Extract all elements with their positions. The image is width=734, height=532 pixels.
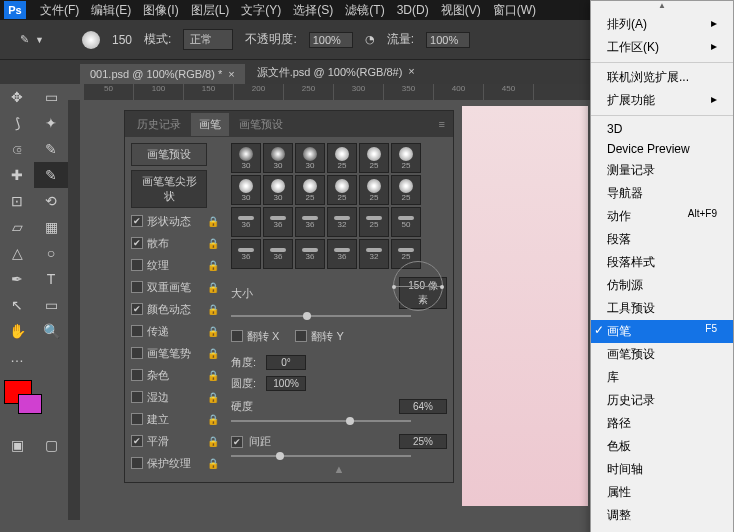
doc-tab-1[interactable]: 001.psd @ 100%(RGB/8) *× bbox=[80, 64, 245, 84]
shape-tool[interactable]: ▭ bbox=[34, 292, 68, 318]
canvas-area[interactable] bbox=[462, 106, 588, 506]
menu-item-调整[interactable]: 调整 bbox=[591, 504, 733, 527]
menu-item-段落[interactable]: 段落 bbox=[591, 228, 733, 251]
hardness-value[interactable]: 64% bbox=[399, 399, 447, 414]
history-brush-tool[interactable]: ⟲ bbox=[34, 188, 68, 214]
tip-shape-button[interactable]: 画笔笔尖形状 bbox=[131, 170, 207, 208]
roundness-value[interactable]: 100% bbox=[266, 376, 306, 391]
menu-item-时间轴[interactable]: 时间轴 bbox=[591, 458, 733, 481]
option-checkbox-5[interactable] bbox=[131, 325, 143, 337]
gradient-tool[interactable]: ▦ bbox=[34, 214, 68, 240]
doc-tab-2[interactable]: 源文件.psd @ 100%(RGB/8#)× bbox=[247, 61, 425, 84]
flip-y-checkbox[interactable] bbox=[295, 330, 307, 342]
panel-tab-history[interactable]: 历史记录 bbox=[129, 113, 189, 136]
option-checkbox-8[interactable] bbox=[131, 391, 143, 403]
blur-tool[interactable]: △ bbox=[0, 240, 34, 266]
brush-tool[interactable]: ✎ bbox=[34, 162, 68, 188]
menu-image[interactable]: 图像(I) bbox=[137, 2, 184, 19]
marquee-tool[interactable]: ▭ bbox=[34, 84, 68, 110]
menu-edit[interactable]: 编辑(E) bbox=[85, 2, 137, 19]
menu-item-导航器[interactable]: 导航器 bbox=[591, 182, 733, 205]
hand-tool[interactable]: ✋ bbox=[0, 318, 34, 344]
lock-icon[interactable]: 🔒 bbox=[207, 370, 219, 381]
brush-tip[interactable]: 36 bbox=[231, 207, 261, 237]
background-color-swatch[interactable] bbox=[18, 394, 42, 414]
lock-icon[interactable]: 🔒 bbox=[207, 458, 219, 469]
pen-tool[interactable]: ✒ bbox=[0, 266, 34, 292]
menu-item-画笔[interactable]: ✓画笔F5 bbox=[591, 320, 733, 343]
menu-view[interactable]: 视图(V) bbox=[435, 2, 487, 19]
menu-item-工作区(K)[interactable]: 工作区(K)▸ bbox=[591, 36, 733, 59]
menu-item-仿制源[interactable]: 仿制源 bbox=[591, 274, 733, 297]
menu-item-3D[interactable]: 3D bbox=[591, 119, 733, 139]
brush-tip[interactable]: 25 bbox=[359, 207, 389, 237]
menu-item-扩展功能[interactable]: 扩展功能▸ bbox=[591, 89, 733, 112]
brush-tip[interactable]: 36 bbox=[327, 239, 357, 269]
menu-item-联机浏览扩展...[interactable]: 联机浏览扩展... bbox=[591, 66, 733, 89]
move-tool[interactable]: ✥ bbox=[0, 84, 34, 110]
screenmode-icon[interactable]: ▢ bbox=[34, 432, 68, 458]
brush-tip[interactable]: 32 bbox=[359, 239, 389, 269]
lock-icon[interactable]: 🔒 bbox=[207, 436, 219, 447]
option-checkbox-2[interactable] bbox=[131, 259, 143, 271]
menu-item-排列(A)[interactable]: 排列(A)▸ bbox=[591, 13, 733, 36]
spacing-slider[interactable] bbox=[231, 455, 411, 457]
brush-tip[interactable]: 36 bbox=[295, 207, 325, 237]
lock-icon[interactable]: 🔒 bbox=[207, 414, 219, 425]
dodge-tool[interactable]: ○ bbox=[34, 240, 68, 266]
option-checkbox-6[interactable] bbox=[131, 347, 143, 359]
brush-tip[interactable]: 36 bbox=[295, 239, 325, 269]
brush-tip[interactable]: 36 bbox=[263, 239, 293, 269]
menu-window[interactable]: 窗口(W) bbox=[487, 2, 542, 19]
menu-type[interactable]: 文字(Y) bbox=[235, 2, 287, 19]
menu-item-库[interactable]: 库 bbox=[591, 366, 733, 389]
menu-item-通道[interactable]: 通道 bbox=[591, 527, 733, 532]
zoom-tool[interactable]: 🔍 bbox=[34, 318, 68, 344]
brush-tip[interactable]: 25 bbox=[391, 175, 421, 205]
brush-tip[interactable]: 25 bbox=[327, 175, 357, 205]
menu-item-段落样式[interactable]: 段落样式 bbox=[591, 251, 733, 274]
lock-icon[interactable]: 🔒 bbox=[207, 282, 219, 293]
brush-preview[interactable] bbox=[82, 31, 100, 49]
flow-input[interactable]: 100% bbox=[426, 32, 470, 48]
brush-tip[interactable]: 25 bbox=[359, 143, 389, 173]
opacity-input[interactable]: 100% bbox=[309, 32, 353, 48]
lasso-tool[interactable]: ⟆ bbox=[0, 110, 34, 136]
panel-tab-preset[interactable]: 画笔预设 bbox=[231, 113, 291, 136]
brush-tip[interactable]: 25 bbox=[327, 143, 357, 173]
panel-tab-brush[interactable]: 画笔 bbox=[191, 113, 229, 136]
lock-icon[interactable]: 🔒 bbox=[207, 238, 219, 249]
brush-tip[interactable]: 25 bbox=[295, 175, 325, 205]
lock-icon[interactable]: 🔒 bbox=[207, 216, 219, 227]
more-tools[interactable]: … bbox=[0, 344, 34, 370]
option-checkbox-1[interactable] bbox=[131, 237, 143, 249]
option-checkbox-10[interactable] bbox=[131, 435, 143, 447]
brush-tip[interactable]: 30 bbox=[231, 143, 261, 173]
size-slider[interactable] bbox=[231, 315, 411, 317]
option-checkbox-3[interactable] bbox=[131, 281, 143, 293]
brush-tip[interactable]: 30 bbox=[263, 143, 293, 173]
lock-icon[interactable]: 🔒 bbox=[207, 260, 219, 271]
path-tool[interactable]: ↖ bbox=[0, 292, 34, 318]
close-icon[interactable]: × bbox=[408, 65, 414, 80]
option-checkbox-4[interactable] bbox=[131, 303, 143, 315]
stamp-tool[interactable]: ⊡ bbox=[0, 188, 34, 214]
menu-item-属性[interactable]: 属性 bbox=[591, 481, 733, 504]
brush-tip[interactable]: 36 bbox=[231, 239, 261, 269]
mode-select[interactable]: 正常 bbox=[183, 29, 233, 50]
menu-select[interactable]: 选择(S) bbox=[287, 2, 339, 19]
menu-3d[interactable]: 3D(D) bbox=[391, 3, 435, 17]
lock-icon[interactable]: 🔒 bbox=[207, 348, 219, 359]
menu-item-Device Preview[interactable]: Device Preview bbox=[591, 139, 733, 159]
menu-file[interactable]: 文件(F) bbox=[34, 2, 85, 19]
menu-item-路径[interactable]: 路径 bbox=[591, 412, 733, 435]
brush-tip[interactable]: 25 bbox=[359, 175, 389, 205]
hardness-slider[interactable] bbox=[231, 420, 411, 422]
brush-tip[interactable]: 36 bbox=[263, 207, 293, 237]
panel-menu-icon[interactable]: ≡ bbox=[439, 118, 445, 130]
quickmask-icon[interactable]: ▣ bbox=[0, 432, 34, 458]
menu-item-测量记录[interactable]: 测量记录 bbox=[591, 159, 733, 182]
close-icon[interactable]: × bbox=[228, 68, 234, 80]
flip-x-checkbox[interactable] bbox=[231, 330, 243, 342]
menu-item-工具预设[interactable]: 工具预设 bbox=[591, 297, 733, 320]
